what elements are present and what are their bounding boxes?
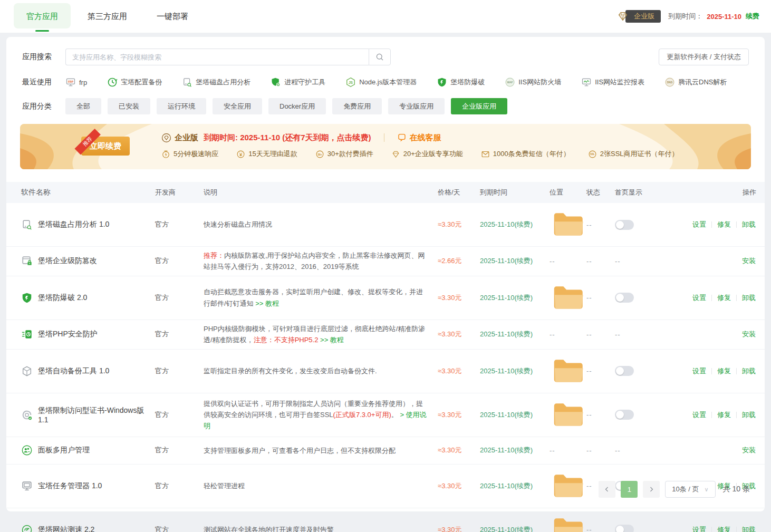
expiry-renew-link[interactable]: 2025-11-10(续费) (480, 446, 533, 454)
chevron-down-icon: ∨ (705, 486, 709, 493)
category-chip[interactable]: 免费应用 (332, 98, 382, 114)
renew-link[interactable]: 续费 (746, 12, 759, 21)
recent-app-item[interactable]: IIS网站监控报表 (581, 77, 644, 88)
recent-app-item[interactable]: JSNode.js版本管理器 (345, 77, 417, 88)
category-chip[interactable]: 已安装 (108, 98, 150, 114)
category-chip[interactable]: 运行环境 (157, 98, 206, 114)
category-chip[interactable]: 全部 (65, 98, 101, 114)
expiry-renew-link[interactable]: 2025-11-10(续费) (480, 330, 533, 338)
repair-link[interactable]: 修复 (717, 366, 731, 376)
svg-text:JS: JS (349, 81, 353, 84)
settings-link[interactable]: 设置 (692, 366, 707, 376)
expiry-renew-link[interactable]: 2025-11-10(续费) (480, 526, 533, 532)
doc-link[interactable]: >> 教程 (255, 299, 279, 307)
settings-link[interactable]: 设置 (692, 410, 707, 420)
banner-feature: 5分钟极速响应 (161, 149, 218, 159)
column-header: 价格/天 (438, 188, 480, 197)
waf-icon: WAF (505, 77, 515, 88)
folder-icon[interactable] (550, 511, 586, 532)
category-chip[interactable]: Docker应用 (268, 98, 326, 114)
expiry-renew-link[interactable]: 2025-11-10(续费) (480, 220, 533, 228)
install-link[interactable]: 安装 (741, 256, 756, 266)
uninstall-link[interactable]: 卸载 (741, 410, 756, 420)
action-separator (736, 412, 737, 418)
mail-icon (481, 150, 490, 159)
doc-link[interactable]: >> 教程 (320, 336, 344, 344)
recent-app-item[interactable]: FRPfrp (65, 77, 87, 88)
banner-expire-text[interactable]: 到期时间: 2025-11-10 (还有7天到期，点击续费) (204, 133, 371, 143)
page-size-select[interactable]: 10条 / 页 ∨ (665, 481, 715, 498)
repair-link[interactable]: 修复 (717, 220, 731, 229)
settings-link[interactable]: 设置 (692, 293, 707, 303)
home-display-toggle[interactable] (615, 525, 634, 532)
home-display-toggle[interactable] (615, 366, 634, 376)
recent-app-item[interactable]: WAFIIS网站防火墙 (505, 77, 561, 88)
folder-icon[interactable] (550, 279, 586, 316)
column-header: 软件名称 (21, 188, 155, 197)
recent-app-item[interactable]: 进程守护工具 (271, 77, 325, 88)
actions-cell: 安装 (689, 446, 756, 455)
svg-text:DNS: DNS (667, 81, 673, 84)
expiry-renew-link[interactable]: 2025-11-10(续费) (480, 367, 533, 375)
home-display-toggle[interactable] (615, 410, 634, 420)
uninstall-link[interactable]: 卸载 (741, 525, 756, 532)
tab-one-click-deploy[interactable]: 一键部署 (142, 0, 203, 33)
folder-icon[interactable] (550, 468, 586, 505)
expiry-renew-link[interactable]: 2025-11-10(续费) (480, 411, 533, 419)
actions-cell: 安装 (689, 330, 756, 339)
recent-app-item[interactable]: 堡塔磁盘占用分析 (182, 77, 250, 88)
developer: 官方 (155, 366, 204, 376)
pagination: 1 10条 / 页 ∨ 共 10 条 (599, 481, 750, 498)
folder-icon[interactable] (550, 206, 586, 243)
frp-icon: FRP (65, 77, 76, 88)
tab-official-apps[interactable]: 官方应用 (12, 0, 73, 33)
recent-app-item[interactable]: 宝塔配置备份 (107, 77, 162, 88)
home-display-toggle[interactable] (615, 293, 634, 303)
recent-app-item[interactable]: 堡塔防爆破 (437, 77, 485, 88)
developer: 官方 (155, 293, 204, 303)
expiry-renew-link[interactable]: 2025-11-10(续费) (480, 257, 533, 265)
prev-page-button[interactable] (599, 481, 615, 498)
desc-text: 自动拦截恶意攻击服务器，实时监听用户创建、修改、提权等变化，并进行邮件/钉钉通知 (204, 288, 423, 307)
uninstall-link[interactable]: 卸载 (741, 220, 756, 229)
recent-app-item[interactable]: DNS腾讯云DNS解析 (664, 77, 727, 88)
uninstall-link[interactable]: 卸载 (741, 366, 756, 376)
search-button[interactable] (369, 49, 391, 65)
category-chip[interactable]: 企业版应用 (451, 98, 507, 114)
svg-text:SSL: SSL (590, 153, 595, 156)
category-chip[interactable]: 安全应用 (213, 98, 262, 114)
online-support-link[interactable]: 在线客服 (397, 133, 441, 143)
location-cell (550, 353, 586, 390)
location-cell (550, 396, 586, 433)
update-software-list-button[interactable]: 更新软件列表 / 支付状态 (659, 49, 749, 65)
location-cell (550, 279, 586, 316)
page-number-button[interactable]: 1 (621, 481, 638, 498)
description: 快速分析磁盘占用情况 (204, 219, 438, 230)
folder-icon[interactable] (550, 396, 586, 433)
folder-icon[interactable] (550, 353, 586, 390)
chat-icon (397, 133, 407, 142)
shield-icon (21, 292, 33, 304)
developer: 官方 (155, 481, 204, 491)
repair-link[interactable]: 修复 (717, 410, 731, 420)
install-link[interactable]: 安装 (741, 446, 756, 455)
repair-link[interactable]: 修复 (717, 525, 731, 532)
settings-link[interactable]: 设置 (692, 220, 707, 229)
next-page-button[interactable] (643, 481, 660, 498)
home-display-toggle[interactable] (615, 220, 634, 230)
category-chip[interactable]: 专业版应用 (388, 98, 445, 114)
expiry-renew-link[interactable]: 2025-11-10(续费) (480, 294, 533, 302)
status-cell: -- (586, 221, 615, 229)
settings-link[interactable]: 设置 (692, 525, 707, 532)
expiry-renew-link[interactable]: 2025-11-10(续费) (480, 482, 533, 490)
repair-link[interactable]: 修复 (717, 293, 731, 303)
description: 监听指定目录的所有文件变化，发生改变后自动备份文件. (204, 365, 438, 376)
column-header: 位置 (550, 188, 586, 197)
tab-third-party-apps[interactable]: 第三方应用 (73, 0, 142, 33)
price-per-day: ≈3.30元 (438, 446, 480, 455)
uninstall-link[interactable]: 卸载 (741, 293, 756, 303)
home-display-cell: -- (615, 331, 689, 338)
action-separator (736, 368, 737, 374)
install-link[interactable]: 安装 (741, 330, 756, 339)
search-input[interactable] (65, 49, 369, 65)
